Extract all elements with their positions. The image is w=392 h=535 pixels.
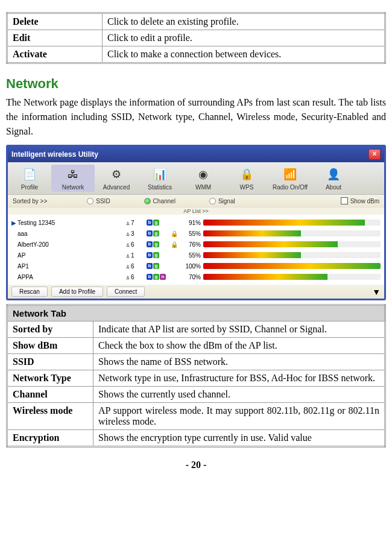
tab-wmm[interactable]: ◉ WMM [182,165,225,192]
ap-signal-percent: 55% [180,252,203,259]
network-tab-header: Network Tab [7,305,385,321]
tab-label: Statistics [138,184,182,191]
sort-ssid[interactable]: SSID [87,198,110,204]
desc-showdbm: Check the box to show the dBm of the AP … [93,338,385,354]
ap-row[interactable]: APPA⍋6bgn70% [11,271,381,282]
table-row: SSIDShows the name of BSS network. [7,354,385,370]
key-ssid: SSID [7,354,93,370]
signal-bar [203,274,381,280]
desc-encryption: Shows the encryption type currently in u… [93,430,385,447]
ap-row[interactable]: aaa⍋3bg🔒55% [11,228,381,239]
desc-channel: Shows the currently used channel. [93,387,385,403]
tab-profile[interactable]: 📄 Profile [8,165,51,192]
antenna-icon: ⍋ [126,230,130,237]
mode-b-icon: b [147,220,153,226]
table-row: Activate Click to make a connection betw… [7,46,385,63]
mode-g-icon: g [153,230,159,236]
ap-row[interactable]: AP⍋1bg55% [11,250,381,261]
sort-signal[interactable]: Signal [209,198,235,204]
app-title: Intelligent wireless Utility [11,150,98,159]
key-wirelessmode: Wireless mode [7,403,93,430]
radio-icon: 📶 [268,166,312,183]
tab-statistics[interactable]: 📊 Statistics [138,165,182,192]
mode-g-icon: g [153,263,159,269]
tab-label: Network [51,184,95,191]
mode-b-icon: b [147,263,153,269]
mode-g-icon: g [153,274,159,280]
mode-n-icon: n [160,274,166,280]
ap-row[interactable]: ▶Testing 12345⍋7bg91% [11,217,381,228]
sort-channel[interactable]: Channel [144,198,175,204]
antenna-icon: ⍋ [126,241,130,248]
desc-sortedby: Indicate that AP list are sorted by SSID… [93,321,385,338]
selection-indicator-icon: ▶ [11,220,17,226]
ap-list: ▶Testing 12345⍋7bg91%aaa⍋3bg🔒55%AlbertY-… [8,215,384,285]
tab-label: About [312,184,355,191]
ap-channel: ⍋7 [126,220,147,226]
ap-row[interactable]: AlbertY-200⍋6bg🔒76% [11,239,381,250]
sortbar: Sorted by >> SSID Channel Signal Show dB… [8,195,384,207]
key-showdbm: Show dBm [7,338,93,354]
ap-signal-percent: 55% [180,230,203,237]
ap-ssid: Testing 12345 [17,220,126,226]
ap-row[interactable]: AP1⍋6bg100% [11,261,381,271]
key-networktype: Network Type [7,370,93,387]
mode-g-icon: g [153,220,159,226]
tab-label: WMM [182,184,225,191]
tab-radio[interactable]: 📶 Radio On/Off [268,165,312,192]
bottombar: Rescan Add to Profile Connect ▼ [8,285,384,299]
tab-network[interactable]: 🖧 Network [51,165,95,192]
signal-bar-fill [203,230,301,236]
mode-b-icon: b [147,230,153,236]
tab-label: Advanced [95,184,138,191]
mode-b-icon: b [147,274,153,280]
tab-label: Profile [8,184,51,191]
ap-ssid: APPA [17,274,126,280]
page-number: - 20 - [6,460,386,470]
ap-modes: bgn [147,274,168,280]
antenna-icon: ⍋ [126,252,130,259]
table-row: ChannelShows the currently used channel. [7,387,385,403]
lock-icon: 🔒 [168,230,180,237]
network-icon: 🖧 [51,166,95,183]
add-to-profile-button[interactable]: Add to Profile [51,286,103,297]
toolbar: 📄 Profile 🖧 Network ⚙ Advanced 📊 Statist… [8,162,384,195]
signal-bar [203,241,381,247]
desc-networktype: Network type in use, Infrastructure for … [93,370,385,387]
ap-signal-percent: 76% [180,241,203,248]
signal-bar-fill [203,220,365,226]
close-icon[interactable]: × [368,149,381,160]
statistics-icon: 📊 [138,166,182,183]
signal-bar [203,263,381,269]
mode-g-icon: g [153,252,159,258]
signal-bar [203,220,381,226]
checkbox-icon [341,197,348,204]
about-icon: 👤 [312,166,355,183]
ap-signal-percent: 100% [180,263,203,270]
signal-bar-fill [203,252,301,258]
table-row: Network TypeNetwork type in use, Infrast… [7,370,385,387]
rescan-button[interactable]: Rescan [11,286,48,297]
ap-modes: bg [147,220,168,226]
ap-signal-percent: 91% [180,220,203,226]
tab-advanced[interactable]: ⚙ Advanced [95,165,138,192]
table-row: Sorted byIndicate that AP list are sorte… [7,321,385,338]
expand-down-icon[interactable]: ▼ [372,287,381,297]
signal-bar-fill [203,274,327,280]
ap-channel: ⍋6 [126,263,147,270]
desc-activate: Click to make a connection between devic… [103,46,385,63]
profile-icon: 📄 [8,166,51,183]
ap-modes: bg [147,263,168,269]
signal-bar-fill [203,263,381,269]
tab-wps[interactable]: 🔒 WPS [225,165,268,192]
tab-about[interactable]: 👤 About [312,165,355,192]
radio-icon [209,198,216,204]
ap-modes: bg [147,241,168,247]
mode-g-icon: g [153,241,159,247]
tab-label: Radio On/Off [268,184,312,191]
show-dbm-checkbox[interactable]: Show dBm [341,197,379,204]
tab-label: WPS [225,184,268,191]
connect-button[interactable]: Connect [107,286,145,297]
ap-channel: ⍋6 [126,274,147,280]
wps-icon: 🔒 [225,166,268,183]
